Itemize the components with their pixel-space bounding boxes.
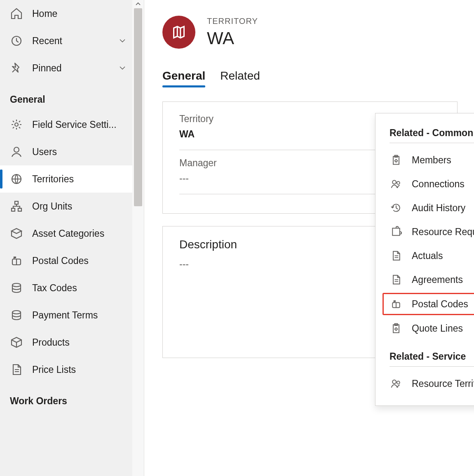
- sidebar-item-territories[interactable]: Territories: [0, 165, 132, 193]
- coins-icon: [10, 281, 23, 295]
- menu-item-label: Quote Lines: [412, 323, 463, 334]
- record-title: WA: [207, 28, 258, 48]
- menu-item-label: Actuals: [412, 250, 443, 262]
- sidebar-item-label: Pinned: [32, 63, 108, 74]
- sidebar-item-label: Users: [32, 146, 128, 158]
- sidebar-item-label: Territories: [32, 174, 128, 185]
- sidebar-item-asset-categories[interactable]: Asset Categories: [0, 220, 132, 247]
- entity-label: TERRITORY: [207, 16, 258, 26]
- menu-item-label: Postal Codes: [412, 299, 468, 310]
- doc-icon: [390, 249, 403, 262]
- related-menu: Related - Common Members Connections Aud…: [375, 113, 474, 406]
- sidebar: Home Recent Pinned General Field Service…: [0, 0, 144, 476]
- pin-icon: [10, 61, 23, 75]
- menu-item-actuals[interactable]: Actuals: [375, 244, 474, 268]
- sidebar-scrollbar[interactable]: [132, 0, 144, 476]
- sidebar-item-products[interactable]: Products: [0, 329, 132, 356]
- menu-item-postal-codes[interactable]: Postal Codes: [383, 293, 474, 315]
- sidebar-item-label: Recent: [32, 35, 108, 47]
- record-header: TERRITORY WA: [162, 16, 458, 49]
- menu-section-service: Related - Service: [390, 346, 474, 367]
- sidebar-item-users[interactable]: Users: [0, 138, 132, 165]
- sidebar-item-recent[interactable]: Recent: [0, 27, 132, 54]
- people-icon: [390, 377, 403, 390]
- mailbox-icon: [390, 297, 403, 311]
- sidebar-item-label: Price Lists: [32, 364, 128, 375]
- sidebar-item-label: Asset Categories: [32, 228, 128, 239]
- doc-icon: [10, 363, 23, 376]
- scrollbar-thumb[interactable]: [134, 8, 142, 206]
- tab-related[interactable]: Related: [220, 69, 260, 87]
- sidebar-item-payment-terms[interactable]: Payment Terms: [0, 302, 132, 329]
- puzzle-icon: [390, 225, 403, 238]
- globe-icon: [10, 172, 23, 186]
- territory-icon: [162, 16, 195, 49]
- home-icon: [10, 7, 23, 20]
- sidebar-group-general: General: [0, 82, 144, 111]
- menu-item-label: Resource Requirements: [412, 226, 474, 238]
- tabs: General Related: [162, 69, 458, 87]
- menu-item-label: Agreements: [412, 274, 463, 285]
- sidebar-item-label: Postal Codes: [32, 255, 128, 266]
- sidebar-item-home[interactable]: Home: [0, 0, 132, 27]
- menu-item-resource-requirements[interactable]: Resource Requirements: [375, 220, 474, 244]
- sidebar-item-postal-codes[interactable]: Postal Codes: [0, 247, 132, 274]
- user-icon: [10, 145, 23, 158]
- doc-icon: [390, 273, 403, 286]
- sidebar-item-label: Payment Terms: [32, 310, 128, 321]
- sidebar-item-label: Org Units: [32, 201, 128, 212]
- clipboard-gear-icon: [390, 153, 403, 167]
- org-icon: [10, 200, 23, 213]
- sidebar-item-org-units[interactable]: Org Units: [0, 193, 132, 220]
- menu-item-label: Members: [412, 155, 451, 166]
- sidebar-item-label: Field Service Setti...: [32, 119, 128, 130]
- menu-item-agreements[interactable]: Agreements: [375, 268, 474, 292]
- mailbox-icon: [10, 254, 23, 267]
- sidebar-item-price-lists[interactable]: Price Lists: [0, 356, 132, 383]
- gear-icon: [10, 118, 23, 131]
- clipboard-gear-icon: [390, 322, 403, 335]
- coins-icon: [10, 309, 23, 322]
- menu-item-audit-history[interactable]: Audit History: [375, 196, 474, 220]
- menu-item-connections[interactable]: Connections: [375, 172, 474, 196]
- history-icon: [390, 201, 403, 214]
- menu-section-common: Related - Common: [390, 123, 474, 143]
- menu-item-label: Resource Territories: [412, 378, 474, 389]
- box-stack-icon: [10, 227, 23, 240]
- main-content: TERRITORY WA General Related Territory W…: [144, 0, 474, 476]
- chevron-down-icon: [117, 36, 128, 45]
- menu-item-quote-lines[interactable]: Quote Lines: [375, 316, 474, 340]
- clock-icon: [10, 34, 23, 47]
- scroll-up-icon[interactable]: [132, 0, 144, 7]
- menu-item-resource-territories[interactable]: Resource Territories: [375, 372, 474, 396]
- sidebar-item-pinned[interactable]: Pinned: [0, 54, 132, 82]
- menu-item-label: Connections: [412, 179, 465, 190]
- sidebar-group-work-orders: Work Orders: [0, 383, 144, 412]
- tab-general[interactable]: General: [162, 69, 205, 87]
- menu-item-label: Audit History: [412, 203, 465, 214]
- sidebar-item-tax-codes[interactable]: Tax Codes: [0, 274, 132, 302]
- sidebar-item-label: Home: [32, 8, 128, 19]
- sidebar-item-field-service-settings[interactable]: Field Service Setti...: [0, 111, 132, 138]
- chevron-down-icon: [117, 64, 128, 73]
- people-icon: [390, 177, 403, 191]
- sidebar-item-label: Products: [32, 337, 128, 348]
- sidebar-item-label: Tax Codes: [32, 283, 128, 294]
- cube-icon: [10, 336, 23, 349]
- menu-item-members[interactable]: Members: [375, 148, 474, 172]
